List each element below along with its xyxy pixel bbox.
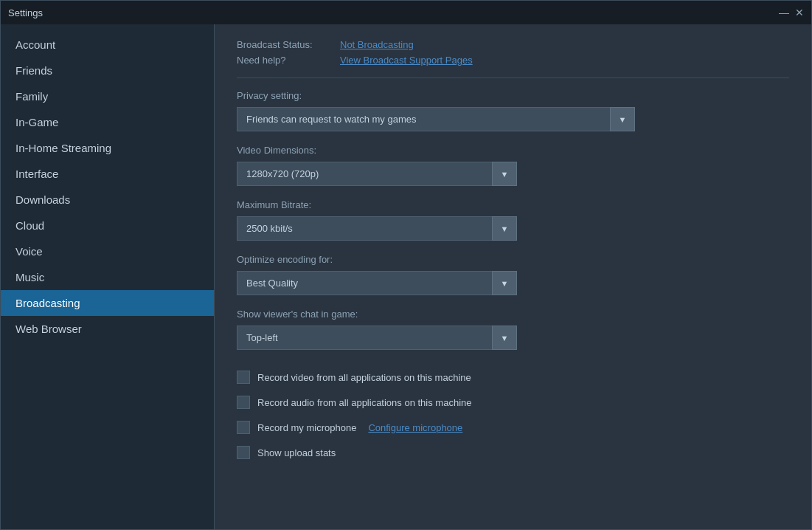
sidebar-item-interface[interactable]: Interface — [1, 161, 214, 187]
checkbox-show-upload-stats-label: Show upload stats — [257, 447, 336, 458]
video-dimensions-dropdown-container: 1280x720 (720p) ▼ — [237, 162, 517, 186]
checkbox-record-audio-label: Record audio from all applications on th… — [257, 397, 472, 408]
viewers-chat-select[interactable]: Top-left — [237, 326, 517, 350]
checkbox-record-microphone[interactable] — [237, 421, 250, 434]
viewers-chat-label: Show viewer's chat in game: — [237, 309, 789, 320]
optimize-encoding-select[interactable]: Best Quality — [237, 271, 517, 295]
title-bar: Settings — ✕ — [1, 1, 811, 24]
privacy-dropdown-container: Friends can request to watch my games ▼ — [237, 107, 635, 131]
need-help-row: Need help? View Broadcast Support Pages — [237, 55, 789, 66]
sidebar-item-in-game[interactable]: In-Game — [1, 109, 214, 135]
sidebar-item-in-home-streaming[interactable]: In-Home Streaming — [1, 135, 214, 161]
checkbox-show-upload-stats[interactable] — [237, 446, 250, 459]
content-area: Account Friends Family In-Game In-Home S… — [1, 24, 811, 529]
broadcast-status-label: Broadcast Status: — [237, 39, 340, 50]
main-panel: Broadcast Status: Not Broadcasting Need … — [215, 24, 811, 529]
settings-window: Settings — ✕ Account Friends Family In-G… — [0, 0, 812, 530]
max-bitrate-dropdown-container: 2500 kbit/s ▼ — [237, 216, 517, 241]
checkbox-record-audio[interactable] — [237, 396, 250, 409]
sidebar-item-music[interactable]: Music — [1, 264, 214, 290]
checkbox-record-audio-row: Record audio from all applications on th… — [237, 396, 789, 409]
sidebar-item-web-browser[interactable]: Web Browser — [1, 316, 214, 342]
sidebar-item-account[interactable]: Account — [1, 32, 214, 58]
configure-microphone-link[interactable]: Configure microphone — [368, 422, 462, 433]
optimize-encoding-dropdown-container: Best Quality ▼ — [237, 271, 517, 295]
minimize-button[interactable]: — — [779, 7, 789, 18]
checkbox-show-upload-stats-row: Show upload stats — [237, 446, 789, 459]
optimize-encoding-label: Optimize encoding for: — [237, 254, 789, 265]
max-bitrate-select[interactable]: 2500 kbit/s — [237, 216, 517, 241]
checkbox-record-video-row: Record video from all applications on th… — [237, 371, 789, 384]
divider-1 — [237, 78, 789, 78]
need-help-label: Need help? — [237, 55, 340, 66]
sidebar-item-cloud[interactable]: Cloud — [1, 213, 214, 238]
privacy-select[interactable]: Friends can request to watch my games — [237, 107, 635, 131]
close-button[interactable]: ✕ — [795, 7, 804, 18]
checkbox-record-video-label: Record video from all applications on th… — [257, 372, 471, 383]
window-title: Settings — [8, 7, 43, 18]
window-controls: — ✕ — [779, 7, 804, 18]
not-broadcasting-link[interactable]: Not Broadcasting — [340, 39, 414, 50]
sidebar-item-friends[interactable]: Friends — [1, 58, 214, 83]
checkbox-record-video[interactable] — [237, 371, 250, 384]
broadcast-status-row: Broadcast Status: Not Broadcasting — [237, 39, 789, 50]
sidebar-item-downloads[interactable]: Downloads — [1, 187, 214, 213]
checkbox-record-microphone-row: Record my microphone Configure microphon… — [237, 421, 789, 434]
viewers-chat-dropdown-container: Top-left ▼ — [237, 326, 517, 350]
video-dimensions-label: Video Dimensions: — [237, 145, 789, 156]
sidebar-item-voice[interactable]: Voice — [1, 238, 214, 264]
sidebar: Account Friends Family In-Game In-Home S… — [1, 24, 215, 529]
video-dimensions-select[interactable]: 1280x720 (720p) — [237, 162, 517, 186]
sidebar-item-broadcasting[interactable]: Broadcasting — [1, 290, 214, 316]
sidebar-item-family[interactable]: Family — [1, 83, 214, 109]
privacy-label: Privacy setting: — [237, 90, 789, 101]
max-bitrate-label: Maximum Bitrate: — [237, 199, 789, 210]
checkbox-record-microphone-label: Record my microphone — [257, 422, 356, 433]
view-support-link[interactable]: View Broadcast Support Pages — [340, 55, 473, 66]
